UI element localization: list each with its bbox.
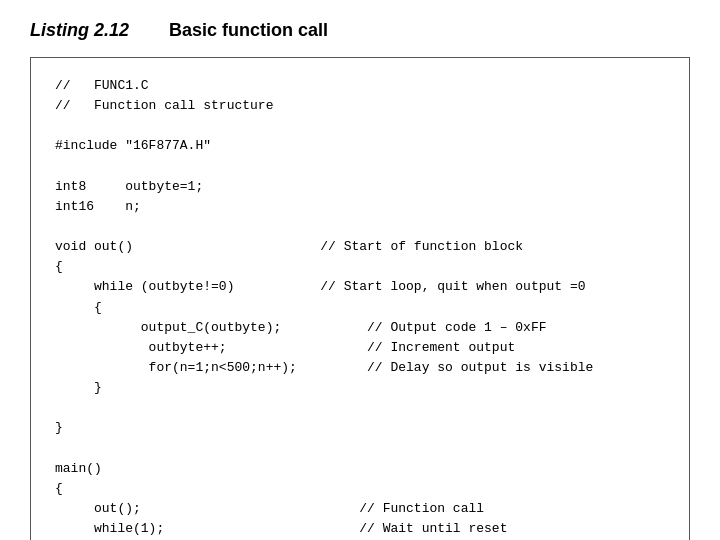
code-line bbox=[55, 439, 665, 459]
page: Listing 2.12 Basic function call // FUNC… bbox=[0, 0, 720, 540]
code-line bbox=[55, 398, 665, 418]
listing-label: Listing 2.12 bbox=[30, 20, 129, 41]
code-line: int8 outbyte=1; bbox=[55, 177, 665, 197]
code-line: void out() // Start of function block bbox=[55, 237, 665, 257]
code-line: } bbox=[55, 418, 665, 438]
listing-header: Listing 2.12 Basic function call bbox=[30, 20, 690, 41]
code-line: output_C(outbyte); // Output code 1 – 0x… bbox=[55, 318, 665, 338]
code-line bbox=[55, 157, 665, 177]
code-line: // Function call structure bbox=[55, 96, 665, 116]
code-box: // FUNC1.C// Function call structure #in… bbox=[30, 57, 690, 540]
code-line bbox=[55, 116, 665, 136]
code-line: { bbox=[55, 257, 665, 277]
code-line: out(); // Function call bbox=[55, 499, 665, 519]
code-line: for(n=1;n<500;n++); // Delay so output i… bbox=[55, 358, 665, 378]
code-line: main() bbox=[55, 459, 665, 479]
code-line: { bbox=[55, 479, 665, 499]
code-line: while (outbyte!=0) // Start loop, quit w… bbox=[55, 277, 665, 297]
code-line: // FUNC1.C bbox=[55, 76, 665, 96]
code-line: } bbox=[55, 378, 665, 398]
code-line: { bbox=[55, 298, 665, 318]
code-line: int16 n; bbox=[55, 197, 665, 217]
code-line: outbyte++; // Increment output bbox=[55, 338, 665, 358]
code-line bbox=[55, 217, 665, 237]
listing-title: Basic function call bbox=[169, 20, 328, 41]
code-line: while(1); // Wait until reset bbox=[55, 519, 665, 539]
code-line: #include "16F877A.H" bbox=[55, 136, 665, 156]
